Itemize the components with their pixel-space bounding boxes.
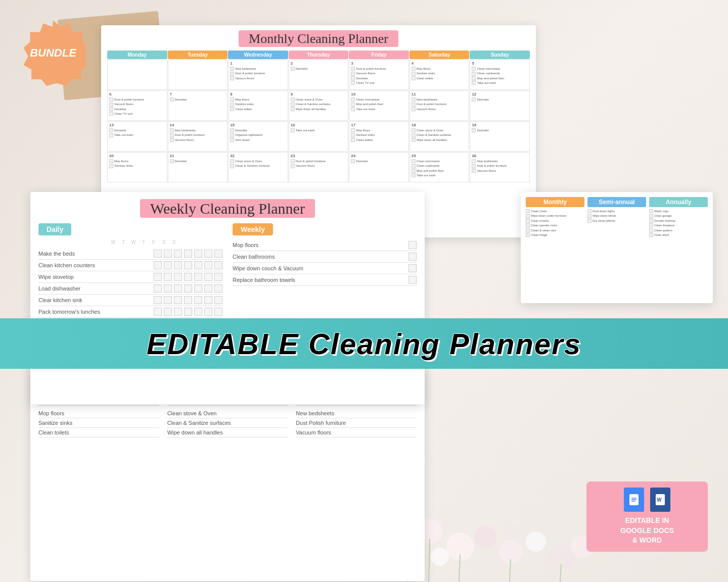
day-cell: 3 Dust & polish furniture Vacuum floors …	[349, 60, 409, 90]
list-item: Wash rugs	[649, 209, 708, 213]
list-item: Clean fireplace	[649, 223, 708, 227]
day-cell: 24 Declutter	[349, 152, 409, 182]
editable-in-badge: W EDITABLE IN GOOGLE DOCS & WORD	[586, 481, 708, 552]
day-header-monday: Monday	[107, 51, 167, 59]
annually-column: Annually Wash rugs Clear garage Donate c…	[649, 197, 708, 237]
list-item: Clean fridge	[526, 233, 584, 237]
list-item: Mop floors	[233, 239, 417, 251]
period-grid: Monthly Clean Oven Wipe down under furni…	[526, 197, 708, 237]
day-header-friday: Friday	[349, 51, 409, 59]
day-cell: 16 Take out trash	[289, 121, 349, 152]
bundle-badge: BUNDLE	[20, 20, 86, 86]
list-item: New bedsheets	[296, 409, 417, 418]
annually-header: Annually	[649, 197, 708, 207]
editable-text: EDITABLE Cleaning Planners	[147, 327, 581, 361]
svg-line-14	[429, 539, 430, 582]
day-cell: 26 New bedsheets Dust & polish furniture…	[470, 152, 530, 182]
list-item: Clean gutters	[649, 228, 708, 232]
list-item: Clear shed	[649, 233, 708, 237]
list-item: Clean closets	[526, 219, 584, 223]
google-docs-icon	[624, 488, 644, 512]
day-cell	[107, 60, 167, 90]
semi-annual-header: Semi-annual	[587, 197, 646, 207]
day-cell: 4 Mop floors Sanitize sinks Clean toilet…	[410, 60, 470, 90]
day-cell: 2 Declutter	[289, 60, 349, 90]
editable-banner: EDITABLE Cleaning Planners	[0, 318, 728, 369]
list-item: Make the beds	[38, 248, 222, 260]
list-item: Clean kitchen counters	[38, 260, 222, 271]
day-cell: 7 Declutter	[168, 90, 228, 121]
daily-label: Daily	[38, 223, 71, 235]
day-cell: 13 Declutter Take out trash	[107, 121, 167, 152]
weekly-label: Weekly	[233, 223, 273, 235]
list-item: Vacuum floors	[296, 428, 417, 438]
day-cell: 6 Dust & polish furniture Vacuum floors …	[107, 90, 167, 121]
day-header-saturday: Saturday	[410, 51, 470, 59]
list-item: Clear kitchen sink	[38, 295, 222, 306]
period-card: Monthly Clean Oven Wipe down under furni…	[521, 192, 713, 303]
list-item: Donate clothing	[649, 219, 708, 223]
day-cell: 12 Declutter	[470, 90, 530, 121]
list-item: Mop floors	[38, 409, 159, 418]
svg-point-8	[431, 548, 449, 566]
day-cell: 22 Clean stove & Oven Clean & Sanitize s…	[228, 152, 288, 182]
list-item: Clean Oven	[526, 209, 584, 213]
weekly-planner-title: Weekly Cleaning Planner	[38, 200, 417, 217]
day-cell: 5 Clean microwave Clean cupboards Mop an…	[470, 60, 530, 90]
day-cell: 21 Declutter	[168, 152, 228, 182]
list-item: Clean bathrooms	[233, 251, 417, 263]
bundle-label: BUNDLE	[30, 46, 76, 60]
list-item: Wipe stovetop	[38, 271, 222, 283]
day-cell: 25 Clean microwave Clean cupboards Mop a…	[410, 152, 470, 182]
day-cell: 1 New bedsheets Dust & polish furniture …	[228, 60, 288, 90]
list-item: Load dishwasher	[38, 283, 222, 295]
list-item: Wipe down couch & Vacuum	[233, 263, 417, 274]
list-item: Clean stove & Oven	[167, 409, 288, 418]
day-header-tuesday: Tuesday	[168, 51, 228, 59]
editable-in-text: EDITABLE IN GOOGLE DOCS & WORD	[595, 516, 700, 546]
list-item: Clear garage	[649, 214, 708, 218]
semi-annual-column: Semi-annual Dust down lights Wipe down b…	[587, 197, 646, 237]
days-row: M T W T F S S	[38, 239, 222, 245]
list-item: Dry clean pillows	[587, 219, 646, 223]
day-cell: 23 Dust & polish furniture Vacuum floors	[289, 152, 349, 182]
monthly-header: Monthly	[526, 197, 584, 207]
day-cell: 15 Declutter Organize nightstand Sort cl…	[228, 121, 288, 152]
svg-point-7	[474, 525, 496, 548]
day-cell: 20 Mop floors Sanitize sinks	[107, 152, 167, 182]
monthly-grid: Monday Tuesday Wednesday Thursday Friday…	[107, 51, 530, 182]
list-item: Replace bathroom towels	[233, 274, 417, 286]
day-header-wednesday: Wednesday	[228, 51, 288, 59]
weekly-planner-card: Weekly Cleaning Planner Daily M T W T F …	[30, 192, 425, 404]
day-cell: 17 Mop floors Sanitize sinks Clean toile…	[349, 121, 409, 152]
day-cell: 18 Clean stove & Oven Clean & Sanitize s…	[410, 121, 470, 152]
monthly-planner-title: Monthly Cleaning Planner	[107, 31, 530, 46]
day-cell: 14 New bedsheets Dust & polish furniture…	[168, 121, 228, 152]
day-cell: 19 Declutter	[470, 121, 530, 152]
svg-point-10	[526, 531, 546, 552]
bundle-badge-shape: BUNDLE	[20, 20, 86, 86]
day-header-sunday: Sunday	[470, 51, 530, 59]
list-item: Sanitize sinks	[38, 418, 159, 428]
day-cell	[168, 60, 228, 90]
list-item: Dust down lights	[587, 209, 646, 213]
icons-row: W	[595, 488, 700, 512]
day-header-thursday: Thursday	[289, 51, 349, 59]
list-item: Wipe down all handles	[167, 428, 288, 438]
list-item: Clean toilets	[38, 428, 159, 438]
list-item: Wipe down blinds	[587, 214, 646, 218]
list-item: Wipe down under furniture	[526, 214, 584, 218]
list-item: Clean & Sanitize surfaces	[167, 418, 288, 428]
list-item: Dust Polish furniture	[296, 418, 417, 428]
list-item: Clean laundry room	[526, 223, 584, 227]
monthly-column: Monthly Clean Oven Wipe down under furni…	[526, 197, 584, 237]
day-cell: 8 Mop floors Sanitize sinks Clean toilet…	[228, 90, 288, 121]
day-cell: 10 Clean microwave Mop and polish floor …	[349, 90, 409, 121]
day-cell: 11 New bedsheets Dust & polish furniture…	[410, 90, 470, 121]
word-icon: W	[650, 488, 670, 512]
list-item: Clean & clean cars	[526, 228, 584, 232]
list-item: Pack tomorrow's lunches	[38, 306, 222, 318]
day-cell: 9 Clean stove & Oven Clean & Sanitize su…	[289, 90, 349, 121]
svg-text:W: W	[657, 497, 662, 503]
